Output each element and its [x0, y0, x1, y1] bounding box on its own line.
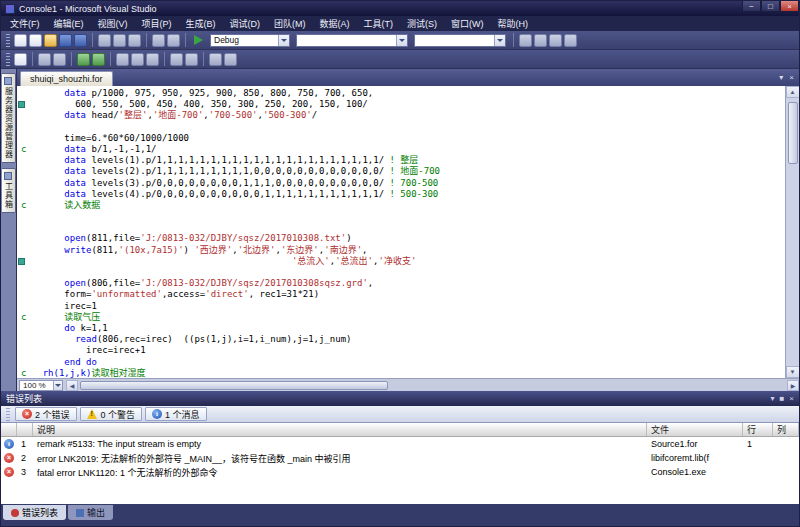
errors-filter-button[interactable]: × 2 个错误 [15, 407, 77, 421]
toolbar2-icons [14, 52, 237, 66]
error-file: Source1.for [647, 439, 743, 449]
error-row[interactable]: i1remark #5133: The input stream is empt… [1, 437, 799, 451]
toolbar1-icons-left [14, 33, 189, 47]
object-browser-icon[interactable] [564, 34, 577, 47]
solution-platforms-select[interactable] [296, 34, 408, 47]
tab-list-chevron-icon[interactable]: ▾ [779, 73, 783, 82]
warnings-filter-button[interactable]: 0 个警告 [80, 407, 143, 421]
step-into-icon[interactable] [116, 53, 129, 66]
horizontal-scrollbar[interactable]: ◀ ▶ [66, 379, 799, 391]
minimize-button[interactable]: − [742, 1, 761, 12]
menu-item-4[interactable]: 生成(B) [179, 16, 223, 31]
solution-explorer-icon[interactable] [534, 34, 547, 47]
side-tab-1[interactable]: 工具箱 [2, 168, 16, 213]
build-icon[interactable] [77, 53, 90, 66]
properties-window-icon[interactable] [549, 34, 562, 47]
zoom-select[interactable]: 100 % [19, 380, 63, 391]
error-icon: × [4, 453, 14, 463]
column-header-col[interactable]: 列 [773, 423, 799, 436]
vertical-scrollbar[interactable]: ▲ ▼ [785, 86, 799, 378]
close-panel-icon[interactable]: × [789, 394, 794, 403]
vertical-scroll-thumb[interactable] [788, 102, 798, 164]
menu-item-8[interactable]: 工具(T) [357, 16, 401, 31]
column-header-icon[interactable] [1, 423, 17, 436]
copy-icon[interactable] [113, 34, 126, 47]
panel-tab-error-list[interactable]: 错误列表 [3, 505, 66, 520]
menu-item-7[interactable]: 数据(A) [313, 16, 357, 31]
side-tab-0[interactable]: 服务器资源管理器 [2, 73, 16, 163]
window-position-chevron-icon[interactable]: ▾ [770, 394, 774, 403]
menu-item-2[interactable]: 视图(V) [91, 16, 135, 31]
toolbar-grip[interactable] [6, 408, 10, 421]
menu-item-6[interactable]: 团队(M) [267, 16, 313, 31]
toolbar-separator [32, 52, 33, 66]
uncomment-icon[interactable] [185, 53, 198, 66]
cut-icon[interactable] [98, 34, 111, 47]
step-over-icon[interactable] [131, 53, 144, 66]
start-debug-icon[interactable] [194, 35, 203, 45]
document-tab-active[interactable]: shuiqi_shouzhi.for [20, 71, 113, 86]
chevron-down-icon[interactable] [494, 35, 505, 46]
scroll-left-icon[interactable]: ◀ [66, 380, 78, 391]
column-header-file[interactable]: 文件 [647, 423, 743, 436]
comment-icon[interactable] [170, 53, 183, 66]
save-all-icon[interactable] [74, 34, 87, 47]
messages-filter-button[interactable]: i 1 个消息 [145, 407, 207, 421]
error-row[interactable]: ×2error LNK2019: 无法解析的外部符号 _MAIN__，该符号在函… [1, 451, 799, 465]
bookmark-icon[interactable] [209, 53, 222, 66]
scroll-right-icon[interactable]: ▶ [787, 380, 799, 391]
column-header-number[interactable] [17, 423, 33, 436]
menu-item-10[interactable]: 窗口(W) [444, 16, 491, 31]
toolbar1-icons-right [510, 33, 577, 47]
navigate-backward-icon[interactable] [38, 53, 51, 66]
start-page-icon[interactable] [14, 53, 27, 66]
paste-icon[interactable] [128, 34, 141, 47]
chevron-down-icon[interactable] [53, 381, 62, 390]
code-line [17, 211, 785, 222]
code-line: irec=irec+1 [17, 345, 785, 356]
debug-config-select[interactable]: Debug [210, 34, 290, 47]
navigate-forward-icon[interactable] [53, 53, 66, 66]
pin-icon[interactable]: ■ [779, 394, 784, 403]
bookmark-next-icon[interactable] [224, 53, 237, 66]
output-tab-icon [76, 509, 84, 517]
error-row[interactable]: ×3fatal error LNK1120: 1 个无法解析的外部命令Conso… [1, 465, 799, 479]
messages-count-label: 1 个消息 [165, 408, 200, 421]
chevron-down-icon[interactable] [278, 35, 289, 46]
add-item-icon[interactable] [29, 34, 42, 47]
close-button[interactable]: × [780, 1, 799, 12]
column-header-line[interactable]: 行 [743, 423, 773, 436]
side-tab-strip: 服务器资源管理器工具箱 [1, 69, 16, 391]
code-line: do k=1,1 [17, 323, 785, 334]
menu-item-3[interactable]: 项目(P) [135, 16, 179, 31]
toolbar-grip[interactable] [6, 34, 10, 47]
menu-item-5[interactable]: 调试(D) [223, 16, 268, 31]
toolbar-grip[interactable] [6, 53, 10, 66]
panel-tab-output[interactable]: 输出 [68, 505, 113, 520]
close-document-icon[interactable]: × [789, 73, 794, 82]
scroll-down-icon[interactable]: ▼ [786, 366, 800, 378]
menu-item-1[interactable]: 编辑(E) [47, 16, 91, 31]
code-wrap: data p/1000, 975, 950, 925, 900, 850, 80… [17, 86, 799, 378]
column-header-description[interactable]: 说明 [33, 423, 647, 436]
step-out-icon[interactable] [146, 53, 159, 66]
menu-item-9[interactable]: 测试(S) [400, 16, 444, 31]
redo-icon[interactable] [167, 34, 180, 47]
toolbar-separator [164, 52, 165, 66]
new-project-icon[interactable] [14, 34, 27, 47]
save-icon[interactable] [59, 34, 72, 47]
maximize-button[interactable]: □ [761, 1, 780, 12]
find-combo[interactable] [414, 34, 506, 47]
error-description: error LNK2019: 无法解析的外部符号 _MAIN__，该符号在函数 … [33, 452, 647, 465]
menu-item-0[interactable]: 文件(F) [3, 16, 47, 31]
open-file-icon[interactable] [44, 34, 57, 47]
find-icon[interactable] [519, 34, 532, 47]
build-solution-icon[interactable] [92, 53, 105, 66]
scroll-up-icon[interactable]: ▲ [786, 86, 800, 98]
code-line: open(806,file='J:/0813-032/DJBY/sqsz/201… [17, 278, 785, 289]
horizontal-scroll-thumb[interactable] [80, 381, 388, 390]
menu-item-11[interactable]: 帮助(H) [491, 16, 536, 31]
code-area[interactable]: data p/1000, 975, 950, 925, 900, 850, 80… [17, 86, 785, 378]
chevron-down-icon[interactable] [396, 35, 407, 46]
undo-icon[interactable] [152, 34, 165, 47]
